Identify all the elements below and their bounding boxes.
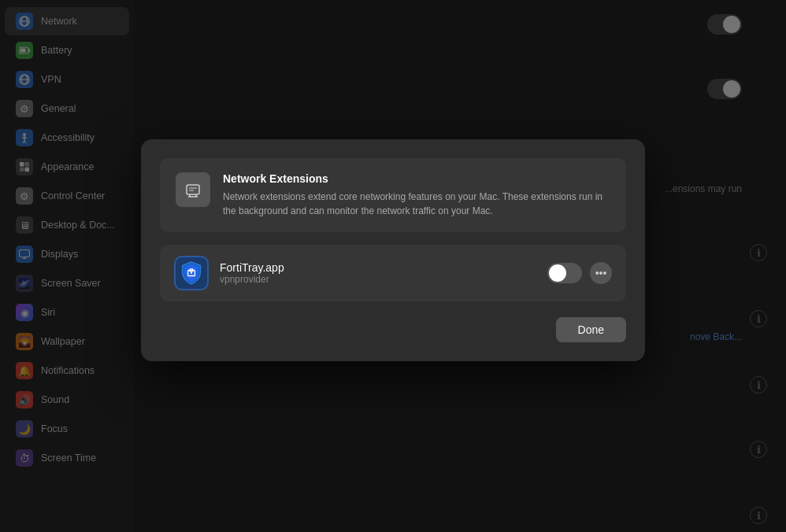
svg-point-30 [191, 272, 192, 274]
network-extensions-card: Network Extensions Network extensions ex… [160, 158, 626, 232]
network-extensions-desc: Network extensions extend core networkin… [223, 190, 610, 218]
fortitray-toggle[interactable] [547, 263, 582, 283]
svg-rect-21 [182, 179, 204, 201]
modal-overlay: Network Extensions Network extensions ex… [0, 0, 786, 532]
fortitray-row: FortiTray.app vpnprovider ••• [160, 245, 626, 301]
modal-footer: Done [160, 317, 626, 342]
fortitray-provider: vpnprovider [220, 274, 536, 285]
network-extensions-icon [176, 172, 210, 207]
network-extensions-content: Network Extensions Network extensions ex… [223, 172, 610, 218]
fortitray-icon [174, 256, 209, 290]
done-button[interactable]: Done [556, 317, 626, 342]
fortitray-more-button[interactable]: ••• [590, 262, 612, 284]
fortitray-info: FortiTray.app vpnprovider [220, 261, 536, 285]
fortitray-name: FortiTray.app [220, 261, 536, 274]
network-extensions-title: Network Extensions [223, 172, 610, 185]
network-extensions-modal: Network Extensions Network extensions ex… [141, 139, 645, 361]
fortitray-controls: ••• [547, 262, 612, 284]
